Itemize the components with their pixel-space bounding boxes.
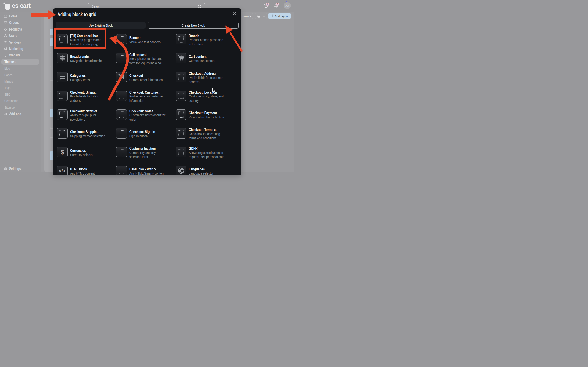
svg-text:$: $ [61,149,64,156]
svg-text:</>: </> [59,168,66,173]
